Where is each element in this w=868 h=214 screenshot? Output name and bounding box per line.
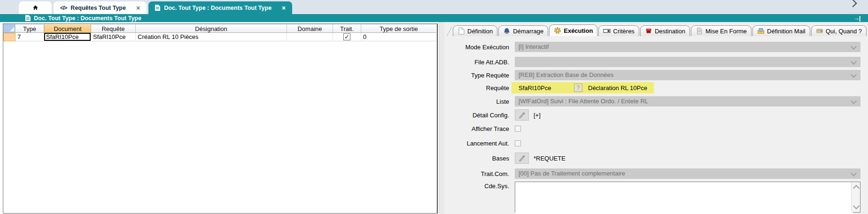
mode-execution-dropdown[interactable]: [I] Interactif: [515, 42, 860, 52]
tab-demarrage[interactable]: Démarrage: [498, 25, 548, 36]
document-icon: [25, 15, 31, 21]
corner-triangle-icon: [10, 27, 14, 31]
field-liste: Liste [WfFatOrd] Suivi : File Attente Or…: [444, 96, 868, 107]
close-icon[interactable]: ×: [282, 4, 286, 12]
field-label: Trait.Com.: [444, 170, 515, 177]
row-selector-cell[interactable]: [3, 33, 16, 41]
tab-definition[interactable]: Définition: [453, 25, 497, 36]
type-requete-dropdown[interactable]: [REB] Extraction Base de Données: [515, 70, 860, 80]
gray-document-icon: [696, 27, 703, 35]
chevron-down-icon: [851, 170, 857, 176]
detail-config-value: [+]: [534, 112, 541, 119]
column-header-designation[interactable]: Désignation: [136, 24, 287, 33]
tab-label: Définition Mail: [767, 28, 806, 35]
tab-criteres[interactable]: Critères: [598, 25, 639, 36]
tab-qui-quand[interactable]: Qui, Quand ?: [811, 25, 867, 36]
bases-button[interactable]: [515, 153, 529, 164]
page-icon: [457, 27, 465, 35]
column-header-requete[interactable]: Requête: [91, 24, 136, 33]
vertical-scrollbar[interactable]: [851, 182, 860, 212]
tab-label: Doc. Tout Type : Documents Tout Type: [164, 5, 271, 11]
detail-panel: Définition Démarrage Exécution: [444, 22, 868, 214]
tab-doc-tout-type[interactable]: Doc. Tout Type : Documents Tout Type ×: [148, 1, 292, 14]
execution-form: Mode Exécution [I] Interactif File Att.A…: [444, 42, 868, 213]
writing-hand-icon: [518, 111, 526, 119]
window-tab-strip: </> Requêtes Tout Type × Doc. Tout Type …: [0, 0, 868, 14]
gear-icon: [554, 27, 561, 34]
dropdown-value: [WfFatOrd] Suivi : File Attente Ordo. / …: [519, 98, 648, 105]
column-header-type[interactable]: Type: [16, 24, 44, 33]
help-button[interactable]: ?: [574, 84, 582, 92]
cell-document[interactable]: SfaRI10Pce: [44, 33, 91, 41]
panel-splitter[interactable]: [439, 22, 444, 214]
field-cde-sys: Cde.Sys.: [444, 182, 868, 213]
tab-label: Exécution: [564, 27, 593, 34]
chevron-down-icon: [851, 44, 857, 50]
afficher-trace-checkbox[interactable]: [515, 126, 521, 132]
field-trait-com: Trait.Com. [00] Pas de Traitement comple…: [444, 168, 868, 179]
field-detail-config: Détail Config. [+]: [444, 109, 868, 121]
column-header-domaine[interactable]: Domaine: [287, 24, 333, 33]
bell-icon: [503, 27, 511, 35]
field-label: Détail Config.: [444, 112, 515, 119]
grid-header-row: Type Document Requête Désignation Domain…: [3, 24, 437, 33]
field-label: File Att.ADB.: [444, 59, 515, 66]
tab-requetes-tout-type[interactable]: </> Requêtes Tout Type ×: [54, 1, 147, 14]
tab-overflow-chevron-icon[interactable]: [849, 0, 857, 7]
document-title-bar: Doc. Tout Type : Documents Tout Type →| …: [0, 14, 868, 22]
document-title: Doc. Tout Type : Documents Tout Type: [34, 15, 141, 22]
field-label: Mode Exécution: [444, 44, 515, 51]
cde-sys-textarea[interactable]: [515, 182, 853, 214]
column-header-trait[interactable]: Trait.: [333, 24, 361, 33]
tab-definition-mail[interactable]: Définition Mail: [752, 25, 810, 36]
trait-checkbox[interactable]: ✓: [343, 33, 350, 40]
column-header-document[interactable]: Document: [44, 24, 91, 33]
field-label: Liste: [444, 98, 515, 105]
envelope-icon: [757, 27, 765, 35]
bases-value: *REQUETE: [534, 155, 566, 162]
field-label: Requête: [444, 84, 515, 92]
scroll-up-icon[interactable]: [853, 185, 860, 191]
file-att-adb-dropdown[interactable]: [515, 57, 860, 67]
field-label: Type Requête: [444, 72, 515, 79]
tab-destination[interactable]: Destination: [640, 25, 690, 36]
column-header-type-de-sortie[interactable]: Type de sortie: [361, 24, 436, 33]
scroll-down-icon[interactable]: [853, 203, 860, 209]
note-icon: [816, 27, 823, 35]
requete-highlight: SfaRI10Pce ? Déclaration RL 10Pce: [512, 82, 654, 93]
trait-com-dropdown[interactable]: [00] Pas de Traitement complementaire: [515, 168, 860, 179]
cell-type[interactable]: 7: [16, 33, 44, 41]
documents-grid: Type Document Requête Désignation Domain…: [3, 23, 438, 214]
jump-to-end-icon[interactable]: →|: [853, 15, 860, 22]
cell-designation[interactable]: Création RL 10 Pièces: [136, 33, 287, 41]
field-type-requete: Type Requête [REB] Extraction Base de Do…: [444, 70, 868, 80]
home-icon: [33, 5, 38, 11]
field-requete: Requête SfaRI10Pce ? Déclaration RL 10Pc…: [444, 82, 868, 93]
dropdown-value: [REB] Extraction Base de Données: [519, 71, 613, 78]
dropdown-value: [I] Interactif: [519, 43, 549, 50]
table-row: 7 SfaRI10Pce SfaRI10Pce Création RL 10 P…: [3, 33, 437, 41]
field-label: Cde.Sys.: [444, 182, 515, 190]
cell-requete[interactable]: SfaRI10Pce: [91, 33, 136, 41]
liste-dropdown[interactable]: [WfFatOrd] Suivi : File Attente Ordo. / …: [515, 96, 860, 107]
dropdown-value: [00] Pas de Traitement complementaire: [519, 170, 625, 177]
close-icon[interactable]: ×: [136, 4, 140, 12]
tab-mise-en-forme[interactable]: Mise En Forme: [691, 25, 752, 36]
cell-domaine[interactable]: [287, 33, 333, 41]
lancement-aut-checkbox[interactable]: [515, 140, 521, 146]
chevron-down-icon: [851, 98, 857, 104]
cde-sys-textarea-wrap: [515, 182, 860, 213]
requete-code[interactable]: SfaRI10Pce: [519, 84, 574, 92]
tab-label: Requêtes Tout Type: [70, 5, 126, 11]
home-tab[interactable]: [19, 1, 52, 14]
title-bar-actions: →| →|: [853, 14, 868, 22]
detail-config-button[interactable]: [515, 109, 529, 121]
field-lancement-aut: Lancement Aut.: [444, 140, 868, 147]
tab-execution[interactable]: Exécution: [549, 24, 597, 36]
tab-label: Démarrage: [513, 28, 543, 35]
cell-type-de-sortie[interactable]: 0: [361, 33, 436, 41]
detail-tab-bar: Définition Démarrage Exécution: [444, 22, 868, 36]
grid-corner-cell[interactable]: [3, 24, 16, 33]
tab-label: Mise En Forme: [705, 28, 747, 35]
field-label: Bases: [444, 155, 515, 162]
